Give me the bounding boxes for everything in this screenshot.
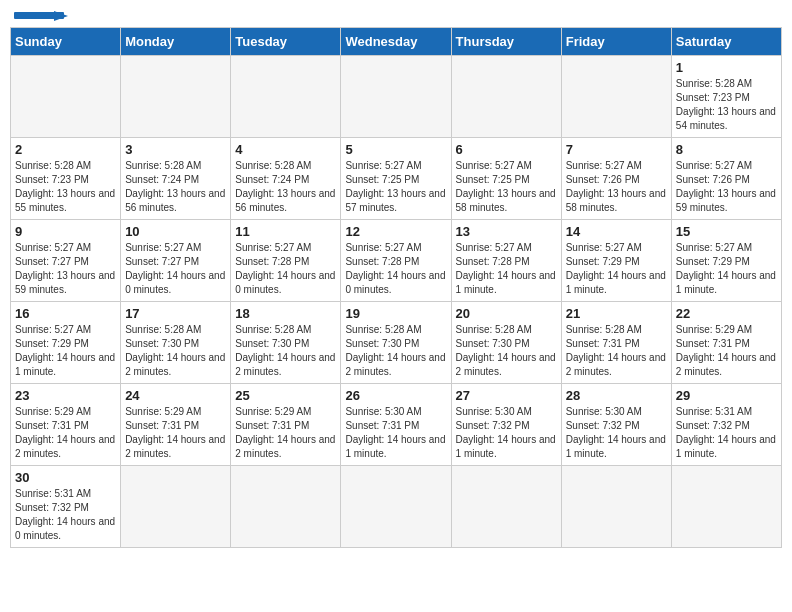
calendar-header-saturday: Saturday (671, 28, 781, 56)
day-info: Sunrise: 5:30 AM Sunset: 7:32 PM Dayligh… (456, 405, 557, 461)
calendar-cell: 24Sunrise: 5:29 AM Sunset: 7:31 PM Dayli… (121, 384, 231, 466)
calendar-cell (231, 466, 341, 548)
calendar-week-row: 16Sunrise: 5:27 AM Sunset: 7:29 PM Dayli… (11, 302, 782, 384)
day-number: 28 (566, 388, 667, 403)
day-info: Sunrise: 5:27 AM Sunset: 7:29 PM Dayligh… (566, 241, 667, 297)
calendar-cell: 9Sunrise: 5:27 AM Sunset: 7:27 PM Daylig… (11, 220, 121, 302)
calendar-header-wednesday: Wednesday (341, 28, 451, 56)
calendar-cell: 13Sunrise: 5:27 AM Sunset: 7:28 PM Dayli… (451, 220, 561, 302)
day-info: Sunrise: 5:27 AM Sunset: 7:29 PM Dayligh… (676, 241, 777, 297)
calendar-header-sunday: Sunday (11, 28, 121, 56)
calendar-cell: 22Sunrise: 5:29 AM Sunset: 7:31 PM Dayli… (671, 302, 781, 384)
calendar-cell: 23Sunrise: 5:29 AM Sunset: 7:31 PM Dayli… (11, 384, 121, 466)
calendar-cell: 6Sunrise: 5:27 AM Sunset: 7:25 PM Daylig… (451, 138, 561, 220)
calendar-cell: 5Sunrise: 5:27 AM Sunset: 7:25 PM Daylig… (341, 138, 451, 220)
calendar-cell: 21Sunrise: 5:28 AM Sunset: 7:31 PM Dayli… (561, 302, 671, 384)
page-header (10, 10, 782, 19)
calendar-cell (451, 56, 561, 138)
day-number: 29 (676, 388, 777, 403)
day-info: Sunrise: 5:30 AM Sunset: 7:32 PM Dayligh… (566, 405, 667, 461)
day-info: Sunrise: 5:28 AM Sunset: 7:23 PM Dayligh… (676, 77, 777, 133)
calendar-cell: 7Sunrise: 5:27 AM Sunset: 7:26 PM Daylig… (561, 138, 671, 220)
calendar-header-friday: Friday (561, 28, 671, 56)
day-info: Sunrise: 5:27 AM Sunset: 7:26 PM Dayligh… (566, 159, 667, 215)
day-info: Sunrise: 5:28 AM Sunset: 7:30 PM Dayligh… (235, 323, 336, 379)
day-number: 9 (15, 224, 116, 239)
calendar-cell (671, 466, 781, 548)
day-info: Sunrise: 5:31 AM Sunset: 7:32 PM Dayligh… (676, 405, 777, 461)
calendar-cell: 11Sunrise: 5:27 AM Sunset: 7:28 PM Dayli… (231, 220, 341, 302)
logo (14, 10, 64, 19)
calendar-cell: 30Sunrise: 5:31 AM Sunset: 7:32 PM Dayli… (11, 466, 121, 548)
calendar-cell: 25Sunrise: 5:29 AM Sunset: 7:31 PM Dayli… (231, 384, 341, 466)
calendar-week-row: 2Sunrise: 5:28 AM Sunset: 7:23 PM Daylig… (11, 138, 782, 220)
calendar-cell: 12Sunrise: 5:27 AM Sunset: 7:28 PM Dayli… (341, 220, 451, 302)
calendar-header-thursday: Thursday (451, 28, 561, 56)
calendar-cell: 8Sunrise: 5:27 AM Sunset: 7:26 PM Daylig… (671, 138, 781, 220)
day-info: Sunrise: 5:27 AM Sunset: 7:27 PM Dayligh… (125, 241, 226, 297)
calendar-cell: 20Sunrise: 5:28 AM Sunset: 7:30 PM Dayli… (451, 302, 561, 384)
day-info: Sunrise: 5:28 AM Sunset: 7:24 PM Dayligh… (125, 159, 226, 215)
calendar-table: SundayMondayTuesdayWednesdayThursdayFrid… (10, 27, 782, 548)
day-number: 22 (676, 306, 777, 321)
calendar-week-row: 9Sunrise: 5:27 AM Sunset: 7:27 PM Daylig… (11, 220, 782, 302)
day-info: Sunrise: 5:31 AM Sunset: 7:32 PM Dayligh… (15, 487, 116, 543)
day-number: 12 (345, 224, 446, 239)
calendar-cell: 10Sunrise: 5:27 AM Sunset: 7:27 PM Dayli… (121, 220, 231, 302)
calendar-cell: 15Sunrise: 5:27 AM Sunset: 7:29 PM Dayli… (671, 220, 781, 302)
calendar-cell: 28Sunrise: 5:30 AM Sunset: 7:32 PM Dayli… (561, 384, 671, 466)
day-info: Sunrise: 5:28 AM Sunset: 7:30 PM Dayligh… (345, 323, 446, 379)
day-info: Sunrise: 5:27 AM Sunset: 7:28 PM Dayligh… (235, 241, 336, 297)
day-number: 2 (15, 142, 116, 157)
day-info: Sunrise: 5:29 AM Sunset: 7:31 PM Dayligh… (125, 405, 226, 461)
day-info: Sunrise: 5:29 AM Sunset: 7:31 PM Dayligh… (676, 323, 777, 379)
day-info: Sunrise: 5:27 AM Sunset: 7:27 PM Dayligh… (15, 241, 116, 297)
day-number: 25 (235, 388, 336, 403)
day-info: Sunrise: 5:27 AM Sunset: 7:26 PM Dayligh… (676, 159, 777, 215)
day-info: Sunrise: 5:27 AM Sunset: 7:28 PM Dayligh… (345, 241, 446, 297)
calendar-cell (231, 56, 341, 138)
calendar-cell (121, 466, 231, 548)
calendar-cell (11, 56, 121, 138)
day-number: 10 (125, 224, 226, 239)
calendar-header-tuesday: Tuesday (231, 28, 341, 56)
day-number: 14 (566, 224, 667, 239)
day-number: 17 (125, 306, 226, 321)
calendar-cell (561, 466, 671, 548)
day-number: 5 (345, 142, 446, 157)
calendar-cell: 16Sunrise: 5:27 AM Sunset: 7:29 PM Dayli… (11, 302, 121, 384)
day-info: Sunrise: 5:28 AM Sunset: 7:24 PM Dayligh… (235, 159, 336, 215)
day-number: 3 (125, 142, 226, 157)
calendar-cell: 27Sunrise: 5:30 AM Sunset: 7:32 PM Dayli… (451, 384, 561, 466)
day-number: 19 (345, 306, 446, 321)
calendar-week-row: 23Sunrise: 5:29 AM Sunset: 7:31 PM Dayli… (11, 384, 782, 466)
day-number: 27 (456, 388, 557, 403)
day-number: 21 (566, 306, 667, 321)
day-number: 13 (456, 224, 557, 239)
day-info: Sunrise: 5:29 AM Sunset: 7:31 PM Dayligh… (15, 405, 116, 461)
calendar-cell: 3Sunrise: 5:28 AM Sunset: 7:24 PM Daylig… (121, 138, 231, 220)
calendar-cell: 18Sunrise: 5:28 AM Sunset: 7:30 PM Dayli… (231, 302, 341, 384)
day-info: Sunrise: 5:30 AM Sunset: 7:31 PM Dayligh… (345, 405, 446, 461)
calendar-week-row: 30Sunrise: 5:31 AM Sunset: 7:32 PM Dayli… (11, 466, 782, 548)
day-info: Sunrise: 5:27 AM Sunset: 7:28 PM Dayligh… (456, 241, 557, 297)
calendar-cell: 14Sunrise: 5:27 AM Sunset: 7:29 PM Dayli… (561, 220, 671, 302)
calendar-cell (341, 56, 451, 138)
day-number: 6 (456, 142, 557, 157)
day-info: Sunrise: 5:27 AM Sunset: 7:25 PM Dayligh… (345, 159, 446, 215)
calendar-cell: 19Sunrise: 5:28 AM Sunset: 7:30 PM Dayli… (341, 302, 451, 384)
day-info: Sunrise: 5:27 AM Sunset: 7:29 PM Dayligh… (15, 323, 116, 379)
calendar-header-row: SundayMondayTuesdayWednesdayThursdayFrid… (11, 28, 782, 56)
day-number: 23 (15, 388, 116, 403)
calendar-week-row: 1Sunrise: 5:28 AM Sunset: 7:23 PM Daylig… (11, 56, 782, 138)
calendar-cell (451, 466, 561, 548)
day-number: 7 (566, 142, 667, 157)
day-info: Sunrise: 5:28 AM Sunset: 7:23 PM Dayligh… (15, 159, 116, 215)
day-info: Sunrise: 5:29 AM Sunset: 7:31 PM Dayligh… (235, 405, 336, 461)
calendar-cell: 1Sunrise: 5:28 AM Sunset: 7:23 PM Daylig… (671, 56, 781, 138)
calendar-cell: 29Sunrise: 5:31 AM Sunset: 7:32 PM Dayli… (671, 384, 781, 466)
day-number: 26 (345, 388, 446, 403)
calendar-header-monday: Monday (121, 28, 231, 56)
calendar-cell (121, 56, 231, 138)
calendar-cell: 17Sunrise: 5:28 AM Sunset: 7:30 PM Dayli… (121, 302, 231, 384)
